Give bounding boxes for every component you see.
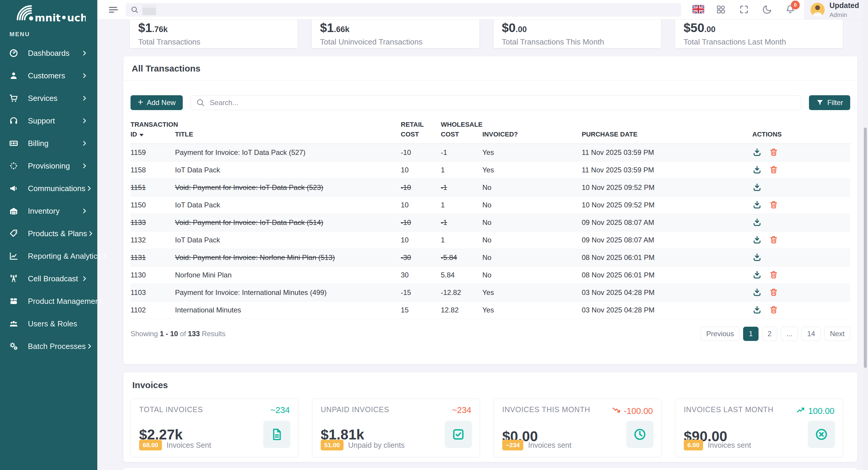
cell-retail-cost: -10 bbox=[401, 218, 441, 227]
table-row-1159: 1159 Payment for Invoice: IoT Data Pack … bbox=[130, 144, 850, 161]
download-icon[interactable] bbox=[752, 288, 762, 297]
cell-actions bbox=[752, 200, 850, 210]
delete-trash-icon[interactable] bbox=[769, 165, 778, 175]
search-input[interactable] bbox=[209, 98, 796, 107]
delete-trash-icon[interactable] bbox=[769, 235, 778, 245]
cell-retail-cost: -15 bbox=[401, 288, 441, 297]
add-new-button[interactable]: + Add New bbox=[130, 95, 183, 110]
scrollbar-thumb[interactable] bbox=[864, 128, 867, 368]
pagination: Previous12...14Next bbox=[701, 327, 850, 341]
sidebar-item-label: Billing bbox=[28, 139, 81, 148]
sidebar-item-provisioning[interactable]: Provisioning bbox=[0, 155, 97, 177]
page-button-2[interactable]: 2 bbox=[762, 327, 777, 341]
stat-label: Total Transactions This Month bbox=[502, 37, 661, 46]
download-icon[interactable] bbox=[752, 200, 762, 210]
table-row-1133: 1133 Void: Payment for Invoice: IoT Data… bbox=[130, 214, 850, 231]
global-search-input[interactable] bbox=[126, 3, 681, 17]
sidebar-item-billing[interactable]: Billing bbox=[0, 132, 97, 155]
cell-retail-cost: -10 bbox=[401, 148, 441, 157]
hamburger-menu-icon[interactable] bbox=[108, 4, 119, 15]
sidebar-item-reporting-analytics[interactable]: Reporting & Analytics bbox=[0, 245, 97, 267]
apps-grid-icon[interactable] bbox=[715, 4, 726, 15]
column-header-transaction-id[interactable]: TRANSACTION ID bbox=[130, 120, 175, 139]
column-header-invoiced: INVOICED? bbox=[483, 129, 582, 139]
download-icon[interactable] bbox=[752, 218, 762, 227]
user-menu[interactable]: Updated Admin bbox=[804, 0, 868, 19]
cell-actions bbox=[752, 148, 850, 157]
page-button-previous[interactable]: Previous bbox=[701, 327, 740, 341]
invoice-card-label: TOTAL INVOICES bbox=[139, 405, 203, 414]
sidebar-item-services[interactable]: Services bbox=[0, 87, 97, 109]
download-icon[interactable] bbox=[752, 148, 762, 157]
download-icon[interactable] bbox=[752, 235, 762, 245]
clock-icon bbox=[626, 421, 653, 448]
users-icon bbox=[9, 319, 19, 328]
page-button-14[interactable]: 14 bbox=[802, 327, 821, 341]
chevron-right-icon bbox=[81, 162, 88, 170]
cart-icon bbox=[9, 93, 19, 103]
sidebar-item-product-management[interactable]: Product Management bbox=[0, 290, 97, 312]
invoice-indicator: 100.00 bbox=[796, 405, 835, 417]
dark-mode-moon-icon[interactable] bbox=[762, 4, 773, 15]
chevron-right-icon bbox=[81, 207, 88, 215]
invoice-card-invoices-last-month: INVOICES LAST MONTH 100.00 $90.00 6.00 I… bbox=[675, 399, 843, 457]
page-button-next[interactable]: Next bbox=[825, 327, 850, 341]
megaphone-icon bbox=[9, 184, 19, 193]
sidebar-item-users-roles[interactable]: Users & Roles bbox=[0, 312, 97, 335]
cell-actions bbox=[752, 165, 850, 175]
invoice-card-total-invoices: TOTAL INVOICES ~234 $2.27k 68.00 Invoice… bbox=[130, 399, 299, 457]
invoice-card-top: TOTAL INVOICES ~234 bbox=[139, 405, 290, 415]
cell-wholesale-cost: 1 bbox=[441, 201, 483, 209]
filter-button[interactable]: Filter bbox=[809, 95, 850, 110]
sidebar-item-products-plans[interactable]: Products & Plans bbox=[0, 222, 97, 245]
garage-icon bbox=[9, 206, 19, 216]
delete-trash-icon[interactable] bbox=[769, 305, 778, 315]
invoice-card-top: INVOICES THIS MONTH -100.00 bbox=[502, 405, 653, 417]
page-button-1[interactable]: 1 bbox=[743, 327, 758, 341]
cell-title: Payment for Invoice: IoT Data Pack (527) bbox=[175, 148, 401, 157]
download-icon[interactable] bbox=[752, 183, 762, 192]
cell-invoiced: Yes bbox=[483, 288, 582, 297]
invoice-count-badge: 51.00 bbox=[321, 440, 343, 450]
cell-retail-cost: 15 bbox=[401, 306, 441, 314]
cell-transaction-id: 1133 bbox=[130, 218, 175, 227]
column-header-title: TITLE bbox=[175, 129, 401, 139]
cell-invoiced: Yes bbox=[483, 166, 582, 174]
language-flag-icon[interactable] bbox=[692, 4, 703, 15]
cell-invoiced: No bbox=[483, 271, 582, 279]
chevron-right-icon bbox=[81, 49, 88, 57]
cell-transaction-id: 1132 bbox=[130, 236, 175, 244]
invoice-indicator: -100.00 bbox=[612, 405, 653, 417]
sidebar-item-support[interactable]: Support bbox=[0, 109, 97, 132]
add-new-label: Add New bbox=[147, 98, 176, 107]
delete-trash-icon[interactable] bbox=[769, 270, 778, 280]
brand-logo[interactable]: mnit•uch bbox=[0, 0, 97, 29]
cell-transaction-id: 1151 bbox=[130, 183, 175, 192]
delete-trash-icon[interactable] bbox=[769, 148, 778, 157]
stat-value: $0.00 bbox=[502, 21, 661, 35]
fullscreen-icon[interactable] bbox=[739, 4, 749, 15]
delete-trash-icon[interactable] bbox=[769, 288, 778, 297]
download-icon[interactable] bbox=[752, 165, 762, 175]
sidebar-item-customers[interactable]: Customers bbox=[0, 64, 97, 87]
cell-title: Void: Payment for Invoice: IoT Data Pack… bbox=[175, 218, 401, 227]
transactions-table: TRANSACTION IDTITLERETAIL COSTWHOLESALE … bbox=[130, 120, 850, 319]
table-body: 1159 Payment for Invoice: IoT Data Pack … bbox=[130, 144, 850, 319]
sidebar-item-label: Dashboards bbox=[28, 49, 81, 58]
check-icon bbox=[445, 421, 472, 448]
download-icon[interactable] bbox=[752, 305, 762, 315]
cell-invoiced: No bbox=[483, 253, 582, 262]
sidebar-item-label: Inventory bbox=[28, 207, 81, 216]
sidebar-item-communications[interactable]: Communications bbox=[0, 177, 97, 200]
sidebar-item-batch-processes[interactable]: Batch Processes bbox=[0, 335, 97, 357]
delete-trash-icon[interactable] bbox=[769, 200, 778, 210]
page-button-[interactable]: ... bbox=[781, 327, 798, 341]
download-icon[interactable] bbox=[752, 270, 762, 280]
sidebar-item-dashboards[interactable]: Dashboards bbox=[0, 42, 97, 64]
invoice-count-badge: 6.00 bbox=[684, 440, 703, 450]
download-icon[interactable] bbox=[752, 253, 762, 262]
stat-value: $1.66k bbox=[320, 21, 479, 35]
sidebar-item-cell-broadcast[interactable]: Cell Broadcast bbox=[0, 267, 97, 290]
sidebar-item-inventory[interactable]: Inventory bbox=[0, 200, 97, 222]
cell-transaction-id: 1130 bbox=[130, 271, 175, 279]
